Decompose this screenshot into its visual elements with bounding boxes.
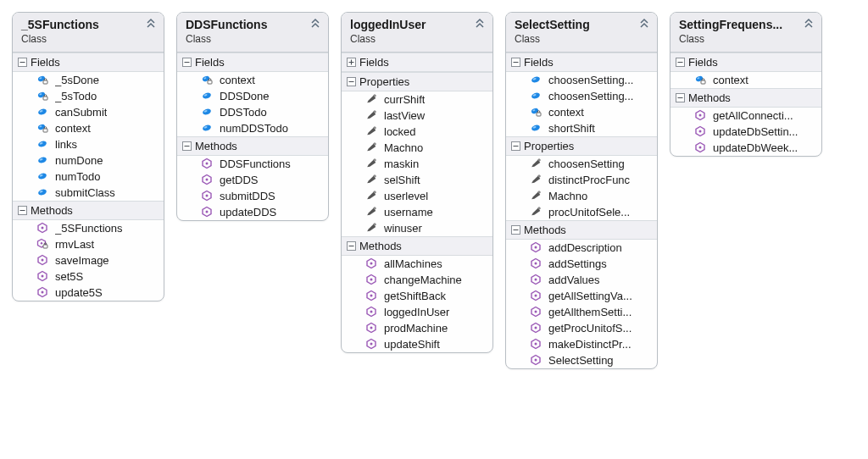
member-row[interactable]: allMachines [342,256,492,272]
collapse-icon[interactable] [145,18,157,30]
member-row[interactable]: makeDistinctPr... [506,336,657,352]
collapse-icon[interactable] [18,206,27,215]
collapse-icon[interactable] [676,58,685,67]
section-header[interactable]: Methods [670,88,821,108]
member-row[interactable]: currShift [342,91,492,108]
section-header[interactable]: Methods [506,220,657,240]
collapse-icon[interactable] [511,141,520,151]
member-row[interactable]: SelectSetting [506,352,657,368]
collapse-icon[interactable] [182,58,192,67]
member-row[interactable]: getProcUnitofS... [506,320,657,336]
section-header[interactable]: Fields [506,53,657,72]
member-row[interactable]: Machno [506,188,657,204]
member-label: numDDSTodo [220,122,288,135]
collapse-icon[interactable] [638,18,650,30]
member-row[interactable]: numDDSTodo [177,120,328,136]
member-label: Machno [384,141,423,154]
class-box[interactable]: SettingFrequens... Class Fields context … [670,12,822,157]
section-header[interactable]: Methods [13,201,164,220]
member-row[interactable]: saveImage [13,252,164,268]
member-row[interactable]: choosenSetting [506,156,657,172]
member-row[interactable]: procUnitofSele... [506,204,657,220]
member-row[interactable]: update5S [13,285,164,301]
section-header[interactable]: Fields [177,53,328,72]
property-icon [530,190,542,202]
member-row[interactable]: shortShift [506,120,657,136]
member-row[interactable]: username [342,204,492,220]
member-row[interactable]: choosenSetting... [506,88,657,104]
collapse-icon[interactable] [511,58,520,67]
collapse-icon[interactable] [511,225,520,235]
member-row[interactable]: distinctProcFunc [506,172,657,188]
member-row[interactable]: prodMachine [342,320,492,336]
member-row[interactable]: links [13,136,164,152]
member-row[interactable]: numTodo [13,169,164,185]
collapse-icon[interactable] [309,18,321,30]
member-row[interactable]: submitDDS [177,188,328,204]
member-row[interactable]: rmvLast [13,236,164,252]
member-row[interactable]: context [177,72,328,88]
property-icon [365,93,377,105]
section-header[interactable]: Fields [342,53,492,72]
member-row[interactable]: choosenSetting... [506,72,657,88]
member-row[interactable]: maskin [342,156,492,172]
member-row[interactable]: winuser [342,220,492,236]
class-box[interactable]: SelectSetting Class Fields choosenSettin… [505,12,658,369]
member-row[interactable]: _5SFunctions [13,220,164,236]
section-header[interactable]: Fields [670,53,821,72]
section-title: Fields [195,56,225,69]
member-row[interactable]: getAllthemSetti... [506,304,657,320]
collapse-icon[interactable] [803,18,815,30]
member-row[interactable]: getAllConnecti... [670,108,821,124]
member-row[interactable]: DDSTodo [177,104,328,120]
member-row[interactable]: lastView [342,108,492,124]
collapse-icon[interactable] [347,77,356,86]
method-icon [694,109,706,121]
member-row[interactable]: addValues [506,272,657,288]
section-header[interactable]: Fields [13,53,164,72]
member-row[interactable]: getShiftBack [342,288,492,304]
member-row[interactable]: canSubmit [13,104,164,120]
member-row[interactable]: loggedInUser [342,304,492,320]
section-header[interactable]: Properties [506,136,657,156]
class-box[interactable]: DDSFunctions Class Fields context DDSDon… [176,12,329,221]
member-row[interactable]: userlevel [342,188,492,204]
section-header[interactable]: Properties [342,72,492,91]
member-row[interactable]: Machno [342,140,492,156]
member-row[interactable]: DDSFunctions [177,156,328,172]
section-header[interactable]: Methods [177,136,328,156]
member-row[interactable]: updateDbWeek... [670,140,821,156]
member-row[interactable]: context [670,72,821,88]
collapse-icon[interactable] [18,58,27,67]
collapse-icon[interactable] [676,93,685,102]
collapse-icon[interactable] [474,18,486,30]
member-row[interactable]: set5S [13,268,164,285]
member-row[interactable]: context [13,120,164,136]
section-header[interactable]: Methods [342,236,492,256]
class-box[interactable]: loggedInUser Class Fields Properties cur… [341,12,493,353]
member-row[interactable]: updateShift [342,336,492,352]
member-label: addDescription [548,241,622,254]
member-row[interactable]: selShift [342,172,492,188]
expand-icon[interactable] [347,58,356,67]
member-row[interactable]: _5sDone [13,72,164,88]
member-row[interactable]: numDone [13,152,164,169]
member-row[interactable]: _5sTodo [13,88,164,104]
class-box[interactable]: _5SFunctions Class Fields _5sDone _5sTod… [12,12,164,301]
member-row[interactable]: DDSDone [177,88,328,104]
member-label: submitClass [55,186,115,199]
member-label: getAllthemSetti... [548,306,632,318]
member-row[interactable]: submitClass [13,185,164,201]
member-row[interactable]: getAllSettingVa... [506,288,657,304]
collapse-icon[interactable] [347,241,356,251]
member-row[interactable]: updateDDS [177,204,328,220]
member-row[interactable]: addDescription [506,240,657,256]
member-row[interactable]: changeMachine [342,272,492,288]
section-title: Methods [195,140,237,152]
member-row[interactable]: locked [342,124,492,140]
member-row[interactable]: addSettings [506,256,657,272]
collapse-icon[interactable] [182,141,192,151]
member-row[interactable]: context [506,104,657,120]
member-row[interactable]: updateDbSettin... [670,124,821,140]
member-row[interactable]: getDDS [177,172,328,188]
